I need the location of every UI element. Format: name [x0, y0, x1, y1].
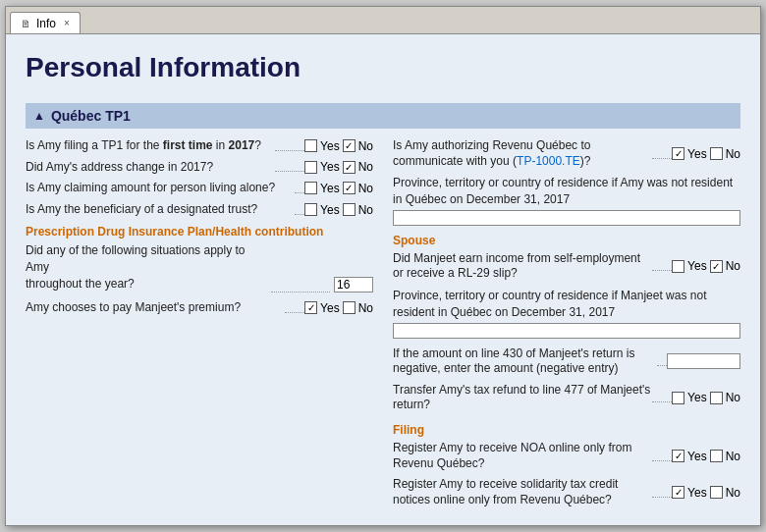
q6-no-checkbox[interactable] [343, 301, 356, 314]
rq8-yes-no: Yes No [672, 486, 740, 500]
rq3-yes-checkbox[interactable] [672, 260, 684, 273]
q2-no-checkbox[interactable] [343, 161, 356, 174]
q3-yes-checkbox[interactable] [304, 182, 317, 194]
section-header-quebec-tp1[interactable]: ▲ Québec TP1 [26, 103, 740, 129]
rq7-label: Register Amy to receive NOA online only … [393, 441, 652, 471]
rq8-no-label: No [726, 486, 740, 500]
spouse-section-title: Spouse [393, 234, 740, 247]
rq7-no-label: No [726, 450, 740, 463]
q4-label: Is Amy the beneficiary of a designated t… [26, 202, 295, 218]
q2-label: Did Amy's address change in 2017? [26, 160, 275, 176]
form-columns: Is Amy filing a TP1 for the first time i… [26, 138, 740, 513]
rq1-no-label: No [726, 147, 740, 161]
rq3-no-checkbox[interactable] [710, 260, 723, 273]
q1-row: Is Amy filing a TP1 for the first time i… [26, 138, 373, 154]
q1-yes-label: Yes [320, 139, 340, 153]
tab-label: Info [36, 17, 56, 30]
q3-label: Is Amy claiming amount for person living… [26, 181, 295, 196]
q5-label: Did any of the following situations appl… [26, 242, 267, 292]
q6-yes-checkbox[interactable] [304, 301, 317, 314]
q2-yes-checkbox[interactable] [304, 161, 317, 174]
rq7-yes-no: Yes No [672, 450, 740, 463]
rq3-yes-no: Yes No [672, 259, 740, 273]
rq1-row: Is Amy authorizing Revenu Québec to comm… [393, 138, 740, 169]
q1-label: Is Amy filing a TP1 for the first time i… [26, 138, 275, 154]
rq7-yes-checkbox[interactable] [672, 450, 684, 462]
rq1-label: Is Amy authorizing Revenu Québec to comm… [393, 138, 652, 169]
tab-info[interactable]: 🗎 Info × [10, 12, 81, 33]
rq8-yes-checkbox[interactable] [672, 486, 684, 499]
rq2-label: Province, territory or country of reside… [393, 175, 740, 208]
section-title: Québec TP1 [51, 108, 131, 124]
q2-row: Did Amy's address change in 2017? Yes No [26, 160, 373, 176]
q6-yes-label: Yes [320, 301, 340, 315]
rq4-row: Province, territory or country of reside… [393, 288, 740, 339]
q4-row: Is Amy the beneficiary of a designated t… [26, 202, 373, 218]
q6-yes-no: Yes No [304, 301, 373, 315]
rq7-no-checkbox[interactable] [710, 450, 723, 462]
right-column: Is Amy authorizing Revenu Québec to comm… [393, 138, 740, 513]
rq3-row: Did Manjeet earn income from self-employ… [393, 251, 740, 282]
q3-yes-no: Yes No [304, 182, 373, 195]
page-title: Personal Information [26, 44, 740, 91]
rq5-input[interactable] [667, 353, 740, 369]
q3-row: Is Amy claiming amount for person living… [26, 181, 373, 196]
rq8-label: Register Amy to receive solidarity tax c… [393, 477, 652, 507]
rq1-yes-checkbox[interactable] [672, 147, 684, 160]
q3-yes-label: Yes [320, 182, 340, 195]
rq8-row: Register Amy to receive solidarity tax c… [393, 477, 740, 507]
tab-bar: 🗎 Info × [6, 7, 760, 34]
rq6-yes-no: Yes No [672, 391, 740, 404]
rq6-no-label: No [726, 391, 740, 404]
q5-input[interactable] [334, 277, 373, 293]
main-content: Personal Information ▲ Québec TP1 Is Amy… [6, 34, 760, 525]
rq6-label: Transfer Amy's tax refund to line 477 of… [393, 383, 652, 413]
rq6-yes-label: Yes [687, 391, 707, 404]
q4-yes-checkbox[interactable] [304, 203, 317, 216]
q1-no-label: No [358, 139, 373, 153]
q6-no-label: No [358, 301, 373, 315]
document-icon: 🗎 [21, 18, 31, 29]
rq8-yes-label: Yes [687, 486, 707, 500]
q4-yes-no: Yes No [304, 203, 373, 217]
collapse-chevron-icon: ▲ [33, 109, 45, 123]
rq3-label: Did Manjeet earn income from self-employ… [393, 251, 652, 282]
main-window: 🗎 Info × Personal Information ▲ Québec T… [5, 6, 761, 526]
rq5-row: If the amount on line 430 of Manjeet's r… [393, 346, 740, 377]
q6-row: Amy chooses to pay Manjeet's premium? Ye… [26, 300, 373, 316]
rq8-no-checkbox[interactable] [710, 486, 723, 499]
q6-label: Amy chooses to pay Manjeet's premium? [26, 300, 285, 316]
q1-no-checkbox[interactable] [343, 139, 356, 152]
rq1-yes-no: Yes No [672, 147, 740, 161]
q3-no-label: No [358, 182, 373, 195]
rq1-yes-label: Yes [687, 147, 707, 161]
rq6-no-checkbox[interactable] [710, 392, 723, 404]
rq7-yes-label: Yes [687, 450, 707, 463]
tab-close-button[interactable]: × [64, 18, 70, 28]
rq5-label: If the amount on line 430 of Manjeet's r… [393, 346, 657, 377]
rq6-row: Transfer Amy's tax refund to line 477 of… [393, 383, 740, 413]
q2-no-label: No [358, 160, 373, 174]
q4-no-label: No [358, 203, 373, 217]
q4-no-checkbox[interactable] [343, 203, 356, 216]
q3-no-checkbox[interactable] [343, 182, 356, 194]
rq7-row: Register Amy to receive NOA online only … [393, 441, 740, 471]
q1-yes-no: Yes No [304, 139, 373, 153]
rq1-no-checkbox[interactable] [710, 147, 723, 160]
q1-yes-checkbox[interactable] [304, 139, 317, 152]
q4-yes-label: Yes [320, 203, 340, 217]
q5-row: Did any of the following situations appl… [26, 242, 373, 292]
q2-yes-label: Yes [320, 160, 340, 174]
rq3-yes-label: Yes [687, 259, 707, 273]
rq2-row: Province, territory or country of reside… [393, 175, 740, 226]
rq4-label: Province, territory or country of reside… [393, 288, 740, 321]
rq3-no-label: No [726, 259, 740, 273]
rq6-yes-checkbox[interactable] [672, 392, 684, 404]
filing-section-title: Filing [393, 423, 740, 437]
rq2-input[interactable] [393, 210, 740, 226]
prescription-drug-subsection: Prescription Drug Insurance Plan/Health … [26, 225, 373, 239]
rq4-input[interactable] [393, 323, 740, 339]
left-column: Is Amy filing a TP1 for the first time i… [26, 138, 373, 513]
q2-yes-no: Yes No [304, 160, 373, 174]
